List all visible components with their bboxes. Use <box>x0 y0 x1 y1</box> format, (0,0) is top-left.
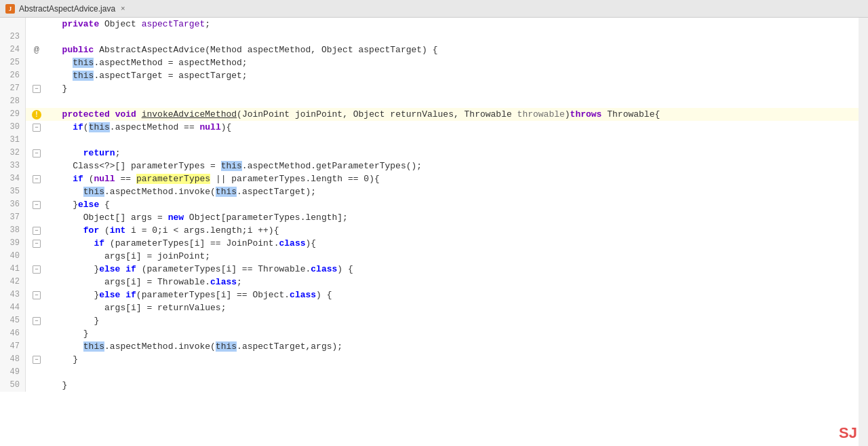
line-content-35[interactable]: this.aspectMethod.invoke(this.aspectTarg… <box>47 185 868 198</box>
tab-title[interactable]: AbstractAspectAdvice.java <box>19 4 115 14</box>
line-content-44[interactable]: args[i] = returnValues; <box>47 301 868 314</box>
code-line-33: 33 Class<?>[] parameterTypes = this.aspe… <box>0 160 868 172</box>
gutter-28 <box>26 95 47 108</box>
fold-icon-43[interactable]: − <box>33 291 41 299</box>
fold-icon-30[interactable]: − <box>33 124 41 132</box>
code-line-47: 47 this.aspectMethod.invoke(this.aspectT… <box>0 340 868 353</box>
gutter-23 <box>26 31 47 43</box>
line-content-23[interactable] <box>47 31 868 43</box>
line-number-30: 30 <box>0 121 26 134</box>
fold-icon-41[interactable]: − <box>33 265 41 274</box>
watermark-logo: SJ <box>839 424 857 442</box>
gutter-36: − <box>26 198 47 211</box>
code-content[interactable]: private Object aspectTarget; <box>47 18 868 31</box>
line-number-33: 33 <box>0 160 26 172</box>
annotation-icon: @ <box>34 45 39 55</box>
fold-icon-48[interactable]: − <box>33 356 41 364</box>
line-content-29[interactable]: protected void invokeAdviceMethod(JoinPo… <box>47 108 868 121</box>
close-tab-button[interactable]: × <box>121 5 125 13</box>
code-line-35: 35 this.aspectMethod.invoke(this.aspectT… <box>0 185 868 198</box>
line-content-49[interactable] <box>47 366 868 379</box>
code-line-39: 39 − if (parameterTypes[i] == JoinPoint.… <box>0 237 868 250</box>
code-line-44: 44 args[i] = returnValues; <box>0 301 868 314</box>
line-number-38: 38 <box>0 224 26 237</box>
line-content-38[interactable]: for (int i = 0;i < args.length;i ++){ <box>47 224 868 237</box>
fold-icon-39[interactable]: − <box>33 240 41 248</box>
line-number-26: 26 <box>0 69 26 82</box>
code-line-38: 38 − for (int i = 0;i < args.length;i ++… <box>0 224 868 237</box>
line-number <box>0 18 26 31</box>
fold-icon-27[interactable]: − <box>33 85 41 93</box>
code-line-42: 42 args[i] = Throwable.class; <box>0 276 868 289</box>
gutter-44 <box>26 301 47 314</box>
gutter-42 <box>26 276 47 289</box>
gutter-47 <box>26 340 47 353</box>
warning-icon-29: ! <box>32 110 41 119</box>
line-content-30[interactable]: if(this.aspectMethod == null){ <box>47 121 868 134</box>
code-line-45: 45 − } <box>0 314 868 327</box>
line-content-24[interactable]: public AbstractAspectAdvice(Method aspec… <box>47 43 868 56</box>
line-content-32[interactable]: return; <box>47 147 868 160</box>
line-content-40[interactable]: args[i] = joinPoint; <box>47 250 868 263</box>
line-content-46[interactable]: } <box>47 327 868 340</box>
gutter-40 <box>26 250 47 263</box>
line-number-31: 31 <box>0 134 26 147</box>
line-number-37: 37 <box>0 211 26 224</box>
line-number-42: 42 <box>0 276 26 289</box>
code-line-28: 28 <box>0 95 868 108</box>
gutter-35 <box>26 185 47 198</box>
gutter-27: − <box>26 82 47 95</box>
line-content-25[interactable]: this.aspectMethod = aspectMethod; <box>47 56 868 69</box>
line-number-43: 43 <box>0 289 26 301</box>
line-content-42[interactable]: args[i] = Throwable.class; <box>47 276 868 289</box>
fold-icon-38[interactable]: − <box>33 227 41 235</box>
line-number-35: 35 <box>0 185 26 198</box>
line-content-37[interactable]: Object[] args = new Object[parameterType… <box>47 211 868 224</box>
line-number-36: 36 <box>0 198 26 211</box>
line-number-44: 44 <box>0 301 26 314</box>
vertical-scrollbar[interactable] <box>859 18 868 446</box>
code-line-32: 32 − return; <box>0 147 868 160</box>
line-content-45[interactable]: } <box>47 314 868 327</box>
line-content-28[interactable] <box>47 95 868 108</box>
gutter-34: − <box>26 172 47 185</box>
code-editor: private Object aspectTarget; 23 24 @ pub… <box>0 18 868 446</box>
gutter-48: − <box>26 353 47 366</box>
line-content-31[interactable] <box>47 134 868 147</box>
line-gutter <box>26 18 47 31</box>
code-line-27: 27 − } <box>0 82 868 95</box>
line-number-41: 41 <box>0 263 26 276</box>
code-line-top: private Object aspectTarget; <box>0 18 868 31</box>
line-number-27: 27 <box>0 82 26 95</box>
line-content-43[interactable]: }else if(parameterTypes[i] == Object.cla… <box>47 289 868 301</box>
line-content-41[interactable]: }else if (parameterTypes[i] == Throwable… <box>47 263 868 276</box>
line-content-33[interactable]: Class<?>[] parameterTypes = this.aspectM… <box>47 160 868 172</box>
gutter-26 <box>26 69 47 82</box>
line-content-39[interactable]: if (parameterTypes[i] == JoinPoint.class… <box>47 237 868 250</box>
line-number-50: 50 <box>0 379 26 392</box>
fold-icon-32[interactable]: − <box>33 149 41 157</box>
line-content-36[interactable]: }else { <box>47 198 868 211</box>
code-line-25: 25 this.aspectMethod = aspectMethod; <box>0 56 868 69</box>
fold-icon-34[interactable]: − <box>33 175 41 183</box>
gutter-30: − <box>26 121 47 134</box>
line-number-39: 39 <box>0 237 26 250</box>
line-content-27[interactable]: } <box>47 82 868 95</box>
fold-icon-45[interactable]: − <box>33 317 41 325</box>
line-content-26[interactable]: this.aspectTarget = aspectTarget; <box>47 69 868 82</box>
line-content-50[interactable]: } <box>47 379 868 392</box>
line-content-48[interactable]: } <box>47 353 868 366</box>
line-content-34[interactable]: if (null == parameterTypes || parameterT… <box>47 172 868 185</box>
line-content-47[interactable]: this.aspectMethod.invoke(this.aspectTarg… <box>47 340 868 353</box>
code-line-40: 40 args[i] = joinPoint; <box>0 250 868 263</box>
gutter-45: − <box>26 314 47 327</box>
line-number-45: 45 <box>0 314 26 327</box>
line-number-46: 46 <box>0 327 26 340</box>
gutter-37 <box>26 211 47 224</box>
code-line-49: 49 <box>0 366 868 379</box>
gutter-32: − <box>26 147 47 160</box>
fold-icon-36[interactable]: − <box>33 201 41 209</box>
code-line-36: 36 − }else { <box>0 198 868 211</box>
code-line-34: 34 − if (null == parameterTypes || param… <box>0 172 868 185</box>
line-number-32: 32 <box>0 147 26 160</box>
